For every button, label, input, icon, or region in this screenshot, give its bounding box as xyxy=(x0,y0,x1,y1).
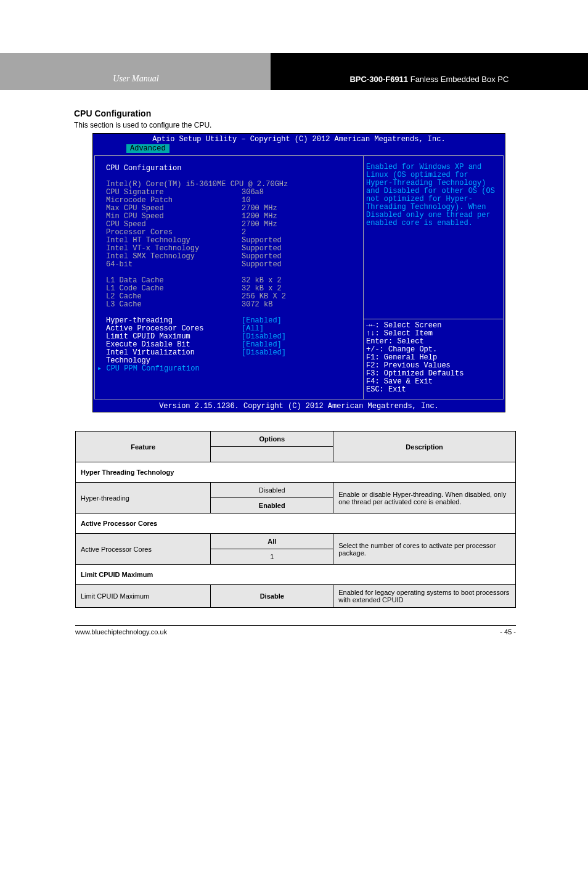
bios-cache-row: L1 Code Cache32 kB x 2 xyxy=(106,285,358,293)
table-header-row: Feature Options Description xyxy=(76,432,516,447)
th-description: Description xyxy=(333,432,516,462)
bios-screenshot: Aptio Setup Utility – Copyright (C) 2012… xyxy=(92,133,505,412)
footer-page-number: - 45 - xyxy=(500,628,516,636)
settings-table: Feature Options Description Hyper Thread… xyxy=(75,431,516,608)
cell-option: Enabled xyxy=(211,498,333,514)
cell-description: Enabled for legacy operating systems to … xyxy=(333,585,516,608)
bios-info-row: 64-bitSupported xyxy=(106,261,358,269)
bios-cache-row: L3 Cache3072 kB xyxy=(106,301,358,309)
cell-feature: Hyper-threading xyxy=(76,483,211,514)
bios-cache-row: L2 Cache256 KB X 2 xyxy=(106,293,358,301)
cell-option: 1 xyxy=(211,549,333,565)
section-title: CPU Configuration xyxy=(74,108,588,118)
header-product: BPC-300-F6911 xyxy=(349,75,408,84)
bios-main-panel: CPU Configuration Intel(R) Core(TM) i5-3… xyxy=(94,155,363,399)
bios-key-legend: →←: Select Screen↑↓: Select ItemEnter: S… xyxy=(364,319,503,399)
bios-info-row: Intel SMX TechnologySupported xyxy=(106,253,358,261)
bios-option-row[interactable]: Intel Virtualization Technology[Disabled… xyxy=(106,349,358,365)
bios-tab-row: Advanced xyxy=(93,144,505,154)
cell-description: Select the number of cores to activate p… xyxy=(333,534,516,565)
cell-option: Disable xyxy=(211,585,333,608)
bios-tab-advanced[interactable]: Advanced xyxy=(126,144,169,153)
bios-key-hint: ESC: Exit xyxy=(366,386,499,394)
bios-side-panel: Enabled for Windows XP and Linux (OS opt… xyxy=(363,155,504,399)
cell-description: Enable or disable Hyper-threading. When … xyxy=(333,483,516,514)
cell-feature: Limit CPUID Maximum xyxy=(76,585,211,608)
table-row: Active Processor CoresAllSelect the numb… xyxy=(76,534,516,549)
footer-url: www.bluechiptechnology.co.uk xyxy=(75,628,167,636)
table-section-row: Active Processor Cores xyxy=(76,514,516,534)
th-options: Options xyxy=(211,432,333,447)
bios-heading: CPU Configuration xyxy=(106,165,358,173)
bios-title-bar: Aptio Setup Utility – Copyright (C) 2012… xyxy=(93,134,505,144)
header-product-sub: Fanless Embedded Box PC xyxy=(408,75,508,84)
cell-option: Disabled xyxy=(211,483,333,498)
section-subtitle: This section is used to configure the CP… xyxy=(74,121,588,129)
table-section-row: Limit CPUID Maximum xyxy=(76,565,516,585)
bios-footer: Version 2.15.1236. Copyright (C) 2012 Am… xyxy=(93,401,505,412)
cell-feature: Active Processor Cores xyxy=(76,534,211,565)
bios-help-text: Enabled for Windows XP and Linux (OS opt… xyxy=(364,156,503,319)
table-row: Hyper-threadingDisabledEnable or disable… xyxy=(76,483,516,498)
cell-option: All xyxy=(211,534,333,549)
th-options-sub xyxy=(211,447,333,462)
header-left: User Manual xyxy=(0,53,271,90)
bios-submenu-cpu-ppm[interactable]: ▸ CPU PPM Configuration xyxy=(97,365,358,373)
th-feature: Feature xyxy=(76,432,211,462)
doc-header: User Manual BPC-300-F6911 Fanless Embedd… xyxy=(0,53,588,90)
page-footer: www.bluechiptechnology.co.uk - 45 - xyxy=(75,625,516,636)
header-right: BPC-300-F6911 Fanless Embedded Box PC xyxy=(271,53,588,90)
table-row: Limit CPUID MaximumDisableEnabled for le… xyxy=(76,585,516,608)
table-section-row: Hyper Threading Technology xyxy=(76,462,516,483)
